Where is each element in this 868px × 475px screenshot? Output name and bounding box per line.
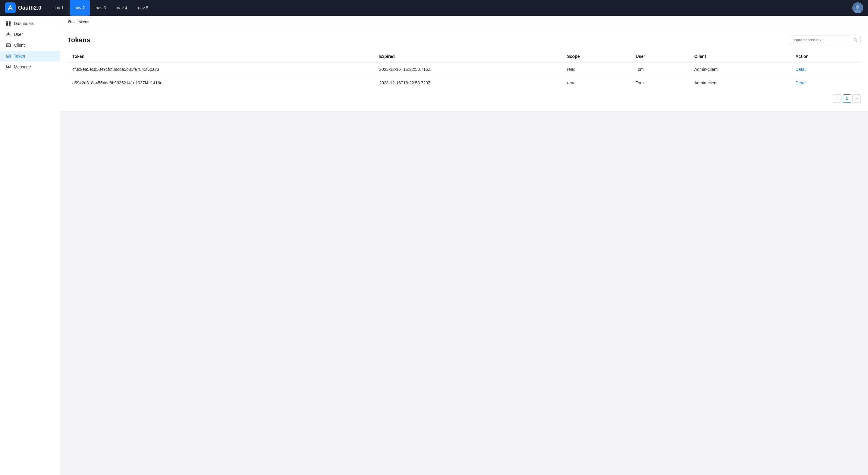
search-input[interactable] — [790, 36, 850, 44]
svg-rect-12 — [7, 45, 9, 46]
svg-rect-11 — [7, 44, 10, 45]
cell-action-0: Detail — [790, 63, 861, 76]
table-header: Token Expired Scope User Client Action — [67, 50, 861, 63]
cell-token-0: cf3c9ea5ecd5849cfdf89cde5b81fe7845f50a23 — [67, 63, 374, 76]
table-row: d5942d818c4554dd8b99352141d1937f4ff1416e… — [67, 76, 861, 90]
sidebar-label-message: Message — [14, 64, 31, 69]
breadcrumb: / tokens — [60, 16, 868, 28]
sidebar-item-message[interactable]: Message — [0, 62, 60, 72]
nav-item-3[interactable]: nav 3 — [91, 0, 111, 16]
sidebar-label-client: Client — [14, 43, 25, 48]
nav-item-1[interactable]: nav 1 — [49, 0, 68, 16]
col-header-client: Client — [689, 50, 791, 63]
svg-point-9 — [7, 33, 9, 34]
content-header: Tokens — [67, 36, 861, 44]
detail-link-1[interactable]: Detail — [795, 81, 806, 85]
main-content: / tokens Tokens — [60, 16, 868, 475]
cell-action-1: Detail — [790, 76, 861, 90]
nav-item-5[interactable]: nav 5 — [133, 0, 153, 16]
breadcrumb-separator: / — [74, 20, 75, 24]
col-header-scope: Scope — [562, 50, 631, 63]
col-header-expired: Expired — [374, 50, 562, 63]
breadcrumb-current: tokens — [78, 20, 89, 24]
cell-client-0: Admin-client — [689, 63, 791, 76]
col-header-token: Token — [67, 50, 374, 63]
cell-client-1: Admin-client — [689, 76, 791, 90]
nav-item-2[interactable]: nav 2 — [70, 0, 90, 16]
top-nav: Oauth2.0 nav 1 nav 2 nav 3 nav 4 nav 5 — [0, 0, 868, 16]
breadcrumb-home[interactable] — [67, 19, 72, 24]
col-header-user: User — [631, 50, 689, 63]
svg-rect-6 — [6, 23, 8, 26]
cell-expired-1: 2023-12-16T16:22:58.720Z — [374, 76, 562, 90]
logo-icon — [5, 2, 16, 13]
pagination-page-1[interactable]: 1 — [843, 94, 851, 103]
detail-link-0[interactable]: Detail — [795, 67, 806, 72]
table-body: cf3c9ea5ecd5849cfdf89cde5b81fe7845f50a23… — [67, 63, 861, 90]
top-nav-right — [852, 2, 863, 13]
svg-rect-16 — [8, 56, 9, 57]
search-area — [790, 36, 861, 44]
table-row: cf3c9ea5ecd5849cfdf89cde5b81fe7845f50a23… — [67, 63, 861, 76]
svg-point-14 — [7, 56, 8, 57]
page-title: Tokens — [67, 36, 90, 44]
svg-rect-5 — [6, 22, 8, 23]
cell-expired-0: 2023-12-16T16:22:58.716Z — [374, 63, 562, 76]
cell-user-1: Tom — [631, 76, 689, 90]
cell-user-0: Tom — [631, 63, 689, 76]
nav-item-4[interactable]: nav 4 — [112, 0, 132, 16]
svg-rect-13 — [6, 55, 10, 57]
svg-rect-15 — [8, 56, 10, 56]
dashboard-icon — [6, 21, 11, 26]
content-area: Tokens Token Expired — [60, 28, 868, 111]
layout: Dashboard User Client — [0, 16, 868, 475]
message-icon — [6, 64, 11, 69]
sidebar-item-token[interactable]: Token — [0, 51, 60, 62]
pagination-next[interactable]: > — [852, 94, 861, 103]
cell-scope-1: read — [562, 76, 631, 90]
svg-rect-8 — [9, 24, 10, 26]
logo-text: Oauth2.0 — [18, 5, 41, 11]
sidebar-item-dashboard[interactable]: Dashboard — [0, 18, 60, 29]
svg-rect-7 — [9, 22, 10, 24]
sidebar-label-user: User — [14, 32, 23, 37]
token-icon — [6, 54, 11, 59]
top-nav-items: nav 1 nav 2 nav 3 nav 4 nav 5 — [49, 0, 852, 16]
search-button[interactable] — [850, 36, 861, 44]
pagination: < 1 > — [67, 90, 861, 104]
client-icon — [6, 43, 11, 48]
sidebar-label-dashboard: Dashboard — [14, 21, 35, 26]
svg-point-18 — [854, 39, 856, 41]
svg-line-19 — [856, 41, 858, 42]
avatar[interactable] — [852, 2, 863, 13]
col-header-action: Action — [790, 50, 861, 63]
svg-rect-10 — [6, 44, 10, 47]
cell-scope-0: read — [562, 63, 631, 76]
cell-token-1: d5942d818c4554dd8b99352141d1937f4ff1416e — [67, 76, 374, 90]
tokens-table: Token Expired Scope User Client Action c… — [67, 50, 861, 90]
sidebar-item-client[interactable]: Client — [0, 40, 60, 51]
pagination-prev[interactable]: < — [833, 94, 841, 103]
sidebar-label-token: Token — [14, 54, 25, 59]
sidebar-item-user[interactable]: User — [0, 29, 60, 40]
user-icon — [6, 32, 11, 37]
logo-area: Oauth2.0 — [5, 2, 41, 13]
sidebar: Dashboard User Client — [0, 16, 60, 475]
